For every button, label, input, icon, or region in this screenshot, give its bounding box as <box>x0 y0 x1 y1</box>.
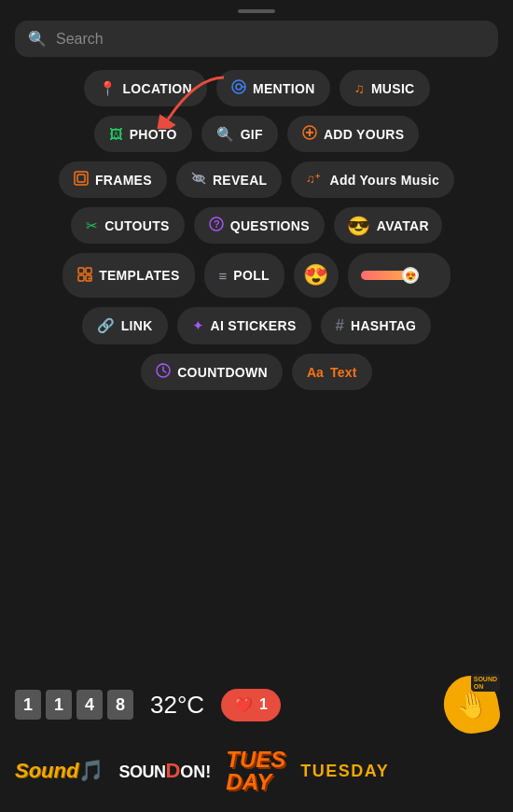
templates-icon: + <box>77 267 92 285</box>
add-yours-music-button[interactable]: ♫ + Add Yours Music <box>291 161 454 198</box>
ai-stickers-icon: ✦ <box>192 317 204 334</box>
soundon-text-sticker: SOUNDON! <box>118 759 211 783</box>
hashtag-icon: # <box>336 316 344 335</box>
location-icon: 📍 <box>99 80 117 97</box>
sticker-grid: 📍 LOCATION MENTION ♫ MUSIC 🖼 PHOTO 🔍 <box>0 70 513 390</box>
svg-rect-17 <box>78 275 84 281</box>
countdown-icon <box>156 363 171 381</box>
heart-icon: ❤️ <box>234 696 253 714</box>
avatar-button[interactable]: 😎 AVATAR <box>334 207 442 244</box>
photo-icon: 🖼 <box>109 126 123 142</box>
link-button[interactable]: 🔗 LINK <box>82 307 168 344</box>
cutouts-icon: ✂ <box>86 217 98 234</box>
questions-label: QUESTIONS <box>230 218 310 233</box>
text-label: Text <box>330 365 357 380</box>
reveal-label: REVEAL <box>213 173 268 188</box>
slider-thumb: 😍 <box>402 267 419 284</box>
add-yours-icon <box>302 125 317 143</box>
drag-handle <box>238 9 275 13</box>
poll-button[interactable]: ≡ POLL <box>204 253 284 298</box>
sticker-row-6: 🔗 LINK ✦ AI STICKERS # HASHTAG <box>11 307 502 344</box>
sound-on-sticker: 🤚 SOUNDON <box>444 676 498 734</box>
svg-text:?: ? <box>214 218 220 230</box>
mention-label: MENTION <box>253 81 315 96</box>
countdown-label: COUNTDOWN <box>177 365 268 380</box>
heart-reaction-sticker[interactable]: ❤️ 1 <box>221 689 281 721</box>
sticker-row-4: ✂ CUTOUTS ? QUESTIONS 😎 AVATAR <box>11 207 502 244</box>
poll-label: POLL <box>233 268 270 283</box>
cutouts-button[interactable]: ✂ CUTOUTS <box>71 207 185 244</box>
mention-icon <box>231 79 246 97</box>
emoji-slider-button[interactable]: 😍 <box>348 253 451 298</box>
text-icon: Aa <box>307 365 324 380</box>
svg-text:+: + <box>88 273 92 282</box>
cutouts-label: CUTOUTS <box>104 218 170 233</box>
svg-line-10 <box>192 173 205 184</box>
reveal-icon <box>191 171 206 189</box>
search-bar[interactable]: 🔍 Search <box>15 21 498 57</box>
sticker-strip-top: 1 1 4 8 32°C ❤️ 1 🤚 SOUNDON <box>0 663 513 741</box>
music-icon: ♫ <box>354 80 365 96</box>
hashtag-label: HASHTAG <box>351 318 416 333</box>
sticker-row-2: 🖼 PHOTO 🔍 GIF ADD YOURS <box>11 116 502 152</box>
avatar-icon: 😎 <box>347 215 370 237</box>
questions-button[interactable]: ? QUESTIONS <box>194 207 325 244</box>
gif-label: GIF <box>241 127 263 142</box>
add-yours-label: ADD YOURS <box>324 127 404 142</box>
heart-count: 1 <box>259 696 268 713</box>
questions-icon: ? <box>209 217 224 234</box>
frames-icon <box>74 171 89 189</box>
red-arrow <box>149 73 233 129</box>
ai-stickers-button[interactable]: ✦ AI STICKERS <box>177 307 312 344</box>
add-yours-button[interactable]: ADD YOURS <box>287 116 419 152</box>
svg-point-2 <box>236 84 242 90</box>
svg-text:+: + <box>315 172 320 181</box>
sticker-row-5: + TEMPLATES ≡ POLL 😍 😍 <box>11 253 502 298</box>
templates-button[interactable]: + TEMPLATES <box>62 253 194 298</box>
search-placeholder: Search <box>56 31 104 48</box>
temperature-sticker: 32°C <box>150 691 204 720</box>
ai-stickers-label: AI STICKERS <box>211 318 297 333</box>
tuesday-sticker-stylized: TUES DAY <box>226 749 285 793</box>
sound-logo-sticker: Sound 🎵 <box>15 759 104 783</box>
templates-label: TEMPLATES <box>99 268 179 283</box>
time-digit-3: 4 <box>76 690 103 720</box>
text-button[interactable]: Aa Text <box>292 354 372 390</box>
poll-icon: ≡ <box>219 268 228 284</box>
svg-rect-7 <box>75 172 88 185</box>
countdown-button[interactable]: COUNTDOWN <box>141 354 283 390</box>
reveal-button[interactable]: REVEAL <box>176 161 283 198</box>
time-digit-1: 1 <box>15 690 41 720</box>
sticker-strip-bottom: Sound 🎵 SOUNDON! TUES DAY TUESDAY <box>0 741 513 812</box>
hashtag-button[interactable]: # HASHTAG <box>321 307 432 344</box>
sticker-row-3: FRAMES REVEAL ♫ + Add Yours Music <box>11 161 502 198</box>
svg-rect-16 <box>86 268 91 273</box>
emoji-reaction-button[interactable]: 😍 <box>294 253 339 298</box>
heart-eyes-emoji: 😍 <box>303 263 328 287</box>
music-label: MUSIC <box>371 81 415 96</box>
svg-rect-15 <box>78 268 84 273</box>
time-digit-4: 8 <box>107 690 133 720</box>
bottom-strip: 1 1 4 8 32°C ❤️ 1 🤚 SOUNDON Sound 🎵 SOUN… <box>0 663 513 812</box>
time-digit-2: 1 <box>46 690 72 720</box>
mention-button[interactable]: MENTION <box>216 70 330 106</box>
svg-rect-8 <box>77 175 85 182</box>
sticker-row-1: 📍 LOCATION MENTION ♫ MUSIC <box>11 70 502 106</box>
frames-button[interactable]: FRAMES <box>59 161 167 198</box>
add-yours-music-label: Add Yours Music <box>329 173 439 188</box>
frames-label: FRAMES <box>95 173 152 188</box>
svg-text:♫: ♫ <box>306 172 315 186</box>
sticker-row-7: COUNTDOWN Aa Text <box>11 354 502 390</box>
link-icon: 🔗 <box>97 317 115 334</box>
music-button[interactable]: ♫ MUSIC <box>340 70 430 106</box>
add-yours-music-icon: ♫ + <box>306 171 323 189</box>
tuesday-sticker-plain: TUESDAY <box>300 762 389 781</box>
search-icon: 🔍 <box>28 30 47 48</box>
slider-track: 😍 <box>361 271 417 280</box>
time-block: 1 1 4 8 <box>15 690 133 720</box>
link-label: LINK <box>121 318 153 333</box>
avatar-label: AVATAR <box>377 218 429 233</box>
